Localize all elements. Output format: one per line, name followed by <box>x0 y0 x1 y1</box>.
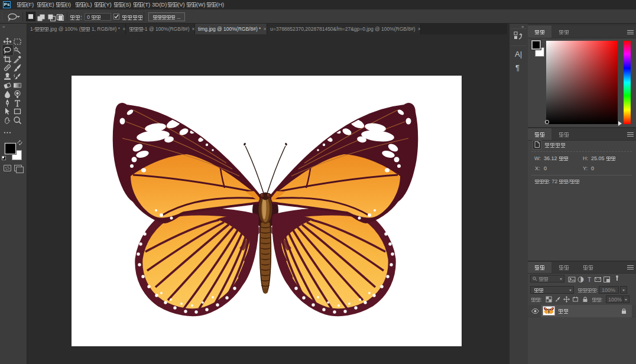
svg-text:T: T <box>588 277 591 283</box>
